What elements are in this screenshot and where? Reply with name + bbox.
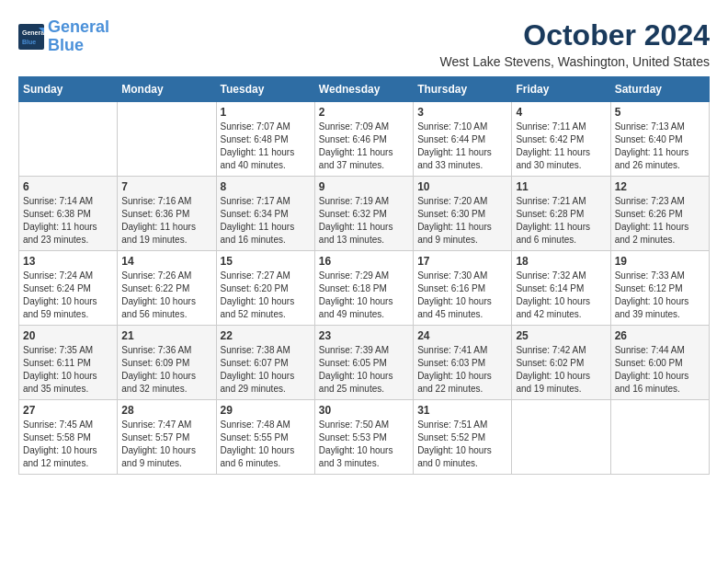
- calendar-cell: 15Sunrise: 7:27 AM Sunset: 6:20 PM Dayli…: [216, 251, 314, 326]
- day-info: Sunrise: 7:17 AM Sunset: 6:34 PM Dayligh…: [221, 195, 311, 247]
- day-number: 3: [417, 106, 507, 119]
- logo-general: General: [48, 17, 109, 36]
- day-info: Sunrise: 7:35 AM Sunset: 6:11 PM Dayligh…: [23, 344, 113, 396]
- calendar-cell: 27Sunrise: 7:45 AM Sunset: 5:58 PM Dayli…: [19, 400, 118, 475]
- calendar-cell: 13Sunrise: 7:24 AM Sunset: 6:24 PM Dayli…: [19, 251, 118, 326]
- day-info: Sunrise: 7:38 AM Sunset: 6:07 PM Dayligh…: [221, 344, 311, 396]
- day-number: 27: [23, 404, 113, 417]
- logo-icon: General Blue: [18, 24, 44, 50]
- calendar-cell: [512, 400, 610, 475]
- page-header: General Blue General Blue October 2024 W…: [18, 18, 710, 69]
- day-number: 20: [23, 329, 113, 342]
- day-info: Sunrise: 7:14 AM Sunset: 6:38 PM Dayligh…: [23, 195, 113, 247]
- calendar-cell: 8Sunrise: 7:17 AM Sunset: 6:34 PM Daylig…: [216, 177, 314, 251]
- day-number: 26: [615, 329, 705, 342]
- calendar-cell: 22Sunrise: 7:38 AM Sunset: 6:07 PM Dayli…: [216, 326, 314, 400]
- calendar-cell: 4Sunrise: 7:11 AM Sunset: 6:42 PM Daylig…: [512, 102, 610, 177]
- day-info: Sunrise: 7:36 AM Sunset: 6:09 PM Dayligh…: [121, 344, 211, 396]
- day-info: Sunrise: 7:48 AM Sunset: 5:55 PM Dayligh…: [221, 419, 311, 470]
- calendar-cell: 11Sunrise: 7:21 AM Sunset: 6:28 PM Dayli…: [512, 177, 610, 251]
- calendar-cell: 28Sunrise: 7:47 AM Sunset: 5:57 PM Dayli…: [118, 400, 216, 475]
- day-number: 2: [319, 106, 409, 119]
- calendar-cell: 9Sunrise: 7:19 AM Sunset: 6:32 PM Daylig…: [314, 177, 413, 251]
- day-info: Sunrise: 7:19 AM Sunset: 6:32 PM Dayligh…: [319, 195, 409, 247]
- svg-text:General: General: [22, 29, 44, 36]
- calendar-cell: 29Sunrise: 7:48 AM Sunset: 5:55 PM Dayli…: [216, 400, 314, 475]
- day-number: 18: [516, 255, 606, 268]
- day-info: Sunrise: 7:16 AM Sunset: 6:36 PM Dayligh…: [121, 195, 211, 247]
- day-info: Sunrise: 7:51 AM Sunset: 5:52 PM Dayligh…: [417, 419, 507, 470]
- column-header-monday: Monday: [118, 77, 216, 102]
- location-title: West Lake Stevens, Washington, United St…: [440, 54, 710, 69]
- calendar-cell: 24Sunrise: 7:41 AM Sunset: 6:03 PM Dayli…: [414, 326, 512, 400]
- logo: General Blue General Blue: [18, 18, 109, 55]
- calendar-cell: 6Sunrise: 7:14 AM Sunset: 6:38 PM Daylig…: [19, 177, 118, 251]
- day-info: Sunrise: 7:07 AM Sunset: 6:48 PM Dayligh…: [221, 121, 311, 172]
- calendar-cell: 23Sunrise: 7:39 AM Sunset: 6:05 PM Dayli…: [314, 326, 413, 400]
- calendar-header-row: SundayMondayTuesdayWednesdayThursdayFrid…: [19, 77, 710, 102]
- day-info: Sunrise: 7:21 AM Sunset: 6:28 PM Dayligh…: [516, 195, 606, 247]
- calendar-week-row: 1Sunrise: 7:07 AM Sunset: 6:48 PM Daylig…: [19, 102, 710, 177]
- day-info: Sunrise: 7:47 AM Sunset: 5:57 PM Dayligh…: [121, 419, 211, 470]
- day-number: 13: [23, 255, 113, 268]
- day-number: 24: [417, 329, 507, 342]
- day-number: 25: [516, 329, 606, 342]
- day-number: 5: [615, 106, 705, 119]
- calendar-table: SundayMondayTuesdayWednesdayThursdayFrid…: [18, 76, 710, 475]
- day-number: 9: [319, 180, 409, 193]
- day-number: 22: [221, 329, 311, 342]
- calendar-cell: 3Sunrise: 7:10 AM Sunset: 6:44 PM Daylig…: [414, 102, 512, 177]
- column-header-friday: Friday: [512, 77, 610, 102]
- day-number: 7: [121, 180, 211, 193]
- month-title: October 2024: [440, 18, 710, 52]
- calendar-cell: 25Sunrise: 7:42 AM Sunset: 6:02 PM Dayli…: [512, 326, 610, 400]
- day-number: 8: [221, 180, 311, 193]
- day-info: Sunrise: 7:20 AM Sunset: 6:30 PM Dayligh…: [417, 195, 507, 247]
- title-area: October 2024 West Lake Stevens, Washingt…: [440, 18, 710, 69]
- day-number: 30: [319, 404, 409, 417]
- day-info: Sunrise: 7:30 AM Sunset: 6:16 PM Dayligh…: [417, 270, 507, 321]
- calendar-cell: 5Sunrise: 7:13 AM Sunset: 6:40 PM Daylig…: [610, 102, 709, 177]
- calendar-cell: 12Sunrise: 7:23 AM Sunset: 6:26 PM Dayli…: [610, 177, 709, 251]
- day-info: Sunrise: 7:45 AM Sunset: 5:58 PM Dayligh…: [23, 419, 113, 470]
- day-number: 12: [615, 180, 705, 193]
- calendar-cell: 26Sunrise: 7:44 AM Sunset: 6:00 PM Dayli…: [610, 326, 709, 400]
- day-info: Sunrise: 7:44 AM Sunset: 6:00 PM Dayligh…: [615, 344, 705, 396]
- calendar-cell: 7Sunrise: 7:16 AM Sunset: 6:36 PM Daylig…: [118, 177, 216, 251]
- day-number: 10: [417, 180, 507, 193]
- calendar-cell: [118, 102, 216, 177]
- day-number: 14: [121, 255, 211, 268]
- day-number: 19: [615, 255, 705, 268]
- calendar-cell: 2Sunrise: 7:09 AM Sunset: 6:46 PM Daylig…: [314, 102, 413, 177]
- column-header-thursday: Thursday: [414, 77, 512, 102]
- calendar-cell: 31Sunrise: 7:51 AM Sunset: 5:52 PM Dayli…: [414, 400, 512, 475]
- day-info: Sunrise: 7:42 AM Sunset: 6:02 PM Dayligh…: [516, 344, 606, 396]
- calendar-cell: 16Sunrise: 7:29 AM Sunset: 6:18 PM Dayli…: [314, 251, 413, 326]
- day-info: Sunrise: 7:13 AM Sunset: 6:40 PM Dayligh…: [615, 121, 705, 172]
- column-header-tuesday: Tuesday: [216, 77, 314, 102]
- day-number: 1: [221, 106, 311, 119]
- day-number: 29: [221, 404, 311, 417]
- day-info: Sunrise: 7:23 AM Sunset: 6:26 PM Dayligh…: [615, 195, 705, 247]
- svg-text:Blue: Blue: [22, 39, 36, 45]
- calendar-cell: 1Sunrise: 7:07 AM Sunset: 6:48 PM Daylig…: [216, 102, 314, 177]
- calendar-cell: 21Sunrise: 7:36 AM Sunset: 6:09 PM Dayli…: [118, 326, 216, 400]
- day-info: Sunrise: 7:32 AM Sunset: 6:14 PM Dayligh…: [516, 270, 606, 321]
- calendar-cell: 19Sunrise: 7:33 AM Sunset: 6:12 PM Dayli…: [610, 251, 709, 326]
- day-number: 28: [121, 404, 211, 417]
- day-info: Sunrise: 7:09 AM Sunset: 6:46 PM Dayligh…: [319, 121, 409, 172]
- day-number: 15: [221, 255, 311, 268]
- day-info: Sunrise: 7:39 AM Sunset: 6:05 PM Dayligh…: [319, 344, 409, 396]
- calendar-cell: 20Sunrise: 7:35 AM Sunset: 6:11 PM Dayli…: [19, 326, 118, 400]
- column-header-sunday: Sunday: [19, 77, 118, 102]
- day-number: 16: [319, 255, 409, 268]
- calendar-cell: 10Sunrise: 7:20 AM Sunset: 6:30 PM Dayli…: [414, 177, 512, 251]
- day-info: Sunrise: 7:33 AM Sunset: 6:12 PM Dayligh…: [615, 270, 705, 321]
- logo-blue: Blue: [48, 36, 84, 54]
- day-info: Sunrise: 7:26 AM Sunset: 6:22 PM Dayligh…: [121, 270, 211, 321]
- day-number: 23: [319, 329, 409, 342]
- calendar-week-row: 20Sunrise: 7:35 AM Sunset: 6:11 PM Dayli…: [19, 326, 710, 400]
- day-info: Sunrise: 7:11 AM Sunset: 6:42 PM Dayligh…: [516, 121, 606, 172]
- day-number: 17: [417, 255, 507, 268]
- day-number: 21: [121, 329, 211, 342]
